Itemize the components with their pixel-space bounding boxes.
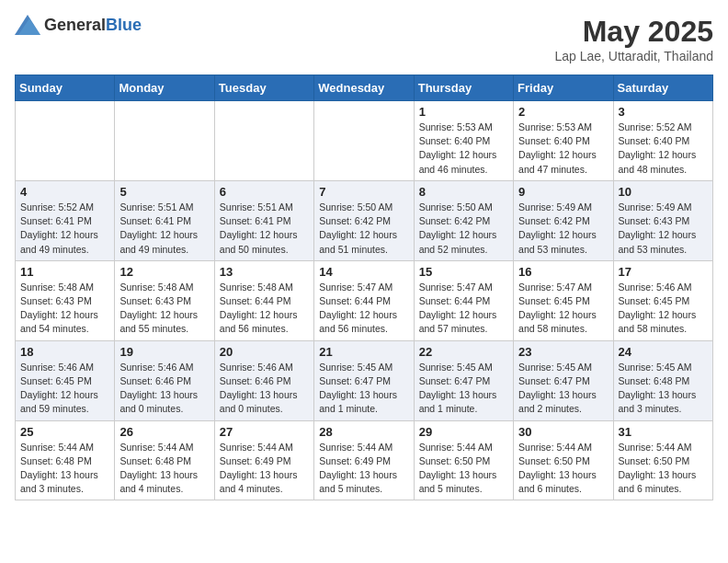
day-number: 29 xyxy=(419,425,508,439)
day-number: 1 xyxy=(419,105,508,119)
logo-icon xyxy=(15,15,40,35)
calendar-cell: 17Sunrise: 5:46 AM Sunset: 6:45 PM Dayli… xyxy=(613,260,712,340)
calendar-cell xyxy=(214,101,313,181)
calendar-cell: 31Sunrise: 5:44 AM Sunset: 6:50 PM Dayli… xyxy=(613,420,712,500)
day-info: Sunrise: 5:48 AM Sunset: 6:43 PM Dayligh… xyxy=(119,281,209,337)
calendar-week-row-4: 18Sunrise: 5:46 AM Sunset: 6:45 PM Dayli… xyxy=(16,340,713,420)
calendar-cell xyxy=(115,101,214,181)
logo-general: General xyxy=(44,16,106,34)
calendar-cell: 18Sunrise: 5:46 AM Sunset: 6:45 PM Dayli… xyxy=(16,340,115,420)
day-number: 16 xyxy=(518,265,608,279)
day-info: Sunrise: 5:52 AM Sunset: 6:40 PM Dayligh… xyxy=(619,121,708,177)
logo-blue: Blue xyxy=(106,16,142,34)
calendar-week-row-1: 1Sunrise: 5:53 AM Sunset: 6:40 PM Daylig… xyxy=(16,101,713,181)
day-number: 3 xyxy=(619,105,708,119)
day-info: Sunrise: 5:46 AM Sunset: 6:45 PM Dayligh… xyxy=(619,281,708,337)
calendar-cell: 23Sunrise: 5:45 AM Sunset: 6:47 PM Dayli… xyxy=(514,340,613,420)
calendar-cell: 19Sunrise: 5:46 AM Sunset: 6:46 PM Dayli… xyxy=(115,340,214,420)
day-header-tuesday: Tuesday xyxy=(214,75,313,101)
day-info: Sunrise: 5:44 AM Sunset: 6:48 PM Dayligh… xyxy=(119,441,209,497)
calendar-cell: 2Sunrise: 5:53 AM Sunset: 6:40 PM Daylig… xyxy=(514,101,613,181)
day-header-wednesday: Wednesday xyxy=(314,75,414,101)
day-number: 26 xyxy=(119,425,209,439)
day-number: 11 xyxy=(20,265,109,279)
day-number: 9 xyxy=(518,185,608,199)
day-header-saturday: Saturday xyxy=(613,75,712,101)
day-info: Sunrise: 5:47 AM Sunset: 6:44 PM Dayligh… xyxy=(419,281,508,337)
calendar-cell xyxy=(314,101,414,181)
day-header-thursday: Thursday xyxy=(414,75,513,101)
calendar-cell: 24Sunrise: 5:45 AM Sunset: 6:48 PM Dayli… xyxy=(613,340,712,420)
day-number: 25 xyxy=(20,425,109,439)
day-number: 17 xyxy=(619,265,708,279)
day-number: 23 xyxy=(518,345,608,359)
calendar-cell: 11Sunrise: 5:48 AM Sunset: 6:43 PM Dayli… xyxy=(16,260,115,340)
day-number: 8 xyxy=(419,185,508,199)
logo: GeneralBlue xyxy=(15,15,142,35)
day-header-monday: Monday xyxy=(115,75,214,101)
day-info: Sunrise: 5:46 AM Sunset: 6:45 PM Dayligh… xyxy=(20,361,109,417)
calendar-cell: 13Sunrise: 5:48 AM Sunset: 6:44 PM Dayli… xyxy=(214,260,313,340)
day-number: 20 xyxy=(220,345,309,359)
calendar-cell: 25Sunrise: 5:44 AM Sunset: 6:48 PM Dayli… xyxy=(16,420,115,500)
day-info: Sunrise: 5:46 AM Sunset: 6:46 PM Dayligh… xyxy=(119,361,209,417)
calendar-cell: 15Sunrise: 5:47 AM Sunset: 6:44 PM Dayli… xyxy=(414,260,513,340)
calendar-cell: 5Sunrise: 5:51 AM Sunset: 6:41 PM Daylig… xyxy=(115,180,214,260)
day-number: 2 xyxy=(518,105,608,119)
day-number: 6 xyxy=(220,185,309,199)
calendar-cell: 21Sunrise: 5:45 AM Sunset: 6:47 PM Dayli… xyxy=(314,340,414,420)
calendar-table: SundayMondayTuesdayWednesdayThursdayFrid… xyxy=(15,75,713,500)
day-number: 18 xyxy=(20,345,109,359)
page-header: GeneralBlue May 2025 Lap Lae, Uttaradit,… xyxy=(15,15,713,63)
day-number: 15 xyxy=(419,265,508,279)
day-number: 19 xyxy=(119,345,209,359)
day-number: 27 xyxy=(220,425,309,439)
calendar-cell: 14Sunrise: 5:47 AM Sunset: 6:44 PM Dayli… xyxy=(314,260,414,340)
day-number: 5 xyxy=(119,185,209,199)
day-number: 10 xyxy=(619,185,708,199)
calendar-week-row-3: 11Sunrise: 5:48 AM Sunset: 6:43 PM Dayli… xyxy=(16,260,713,340)
day-info: Sunrise: 5:44 AM Sunset: 6:50 PM Dayligh… xyxy=(518,441,608,497)
calendar-cell: 1Sunrise: 5:53 AM Sunset: 6:40 PM Daylig… xyxy=(414,101,513,181)
calendar-week-row-5: 25Sunrise: 5:44 AM Sunset: 6:48 PM Dayli… xyxy=(16,420,713,500)
day-number: 21 xyxy=(319,345,408,359)
day-info: Sunrise: 5:53 AM Sunset: 6:40 PM Dayligh… xyxy=(518,121,608,177)
logo-text: GeneralBlue xyxy=(44,17,142,33)
day-number: 13 xyxy=(220,265,309,279)
day-info: Sunrise: 5:50 AM Sunset: 6:42 PM Dayligh… xyxy=(419,201,508,257)
day-info: Sunrise: 5:50 AM Sunset: 6:42 PM Dayligh… xyxy=(319,201,408,257)
day-info: Sunrise: 5:44 AM Sunset: 6:48 PM Dayligh… xyxy=(20,441,109,497)
calendar-cell: 7Sunrise: 5:50 AM Sunset: 6:42 PM Daylig… xyxy=(314,180,414,260)
calendar-cell: 29Sunrise: 5:44 AM Sunset: 6:50 PM Dayli… xyxy=(414,420,513,500)
calendar-cell: 6Sunrise: 5:51 AM Sunset: 6:41 PM Daylig… xyxy=(214,180,313,260)
day-info: Sunrise: 5:45 AM Sunset: 6:48 PM Dayligh… xyxy=(619,361,708,417)
title-block: May 2025 Lap Lae, Uttaradit, Thailand xyxy=(554,15,713,63)
calendar-header-row: SundayMondayTuesdayWednesdayThursdayFrid… xyxy=(16,75,713,101)
calendar-cell: 3Sunrise: 5:52 AM Sunset: 6:40 PM Daylig… xyxy=(613,101,712,181)
calendar-cell: 16Sunrise: 5:47 AM Sunset: 6:45 PM Dayli… xyxy=(514,260,613,340)
page-title: May 2025 xyxy=(554,15,713,49)
calendar-cell: 9Sunrise: 5:49 AM Sunset: 6:42 PM Daylig… xyxy=(514,180,613,260)
calendar-week-row-2: 4Sunrise: 5:52 AM Sunset: 6:41 PM Daylig… xyxy=(16,180,713,260)
calendar-cell: 10Sunrise: 5:49 AM Sunset: 6:43 PM Dayli… xyxy=(613,180,712,260)
day-number: 12 xyxy=(119,265,209,279)
day-info: Sunrise: 5:44 AM Sunset: 6:49 PM Dayligh… xyxy=(220,441,309,497)
calendar-cell: 30Sunrise: 5:44 AM Sunset: 6:50 PM Dayli… xyxy=(514,420,613,500)
day-number: 31 xyxy=(619,425,708,439)
day-number: 7 xyxy=(319,185,408,199)
day-number: 22 xyxy=(419,345,508,359)
day-info: Sunrise: 5:45 AM Sunset: 6:47 PM Dayligh… xyxy=(319,361,408,417)
day-number: 28 xyxy=(319,425,408,439)
page-subtitle: Lap Lae, Uttaradit, Thailand xyxy=(554,49,713,63)
day-header-friday: Friday xyxy=(514,75,613,101)
day-info: Sunrise: 5:47 AM Sunset: 6:44 PM Dayligh… xyxy=(319,281,408,337)
day-info: Sunrise: 5:45 AM Sunset: 6:47 PM Dayligh… xyxy=(419,361,508,417)
day-info: Sunrise: 5:49 AM Sunset: 6:43 PM Dayligh… xyxy=(619,201,708,257)
calendar-cell: 26Sunrise: 5:44 AM Sunset: 6:48 PM Dayli… xyxy=(115,420,214,500)
day-number: 30 xyxy=(518,425,608,439)
calendar-cell: 4Sunrise: 5:52 AM Sunset: 6:41 PM Daylig… xyxy=(16,180,115,260)
day-info: Sunrise: 5:53 AM Sunset: 6:40 PM Dayligh… xyxy=(419,121,508,177)
day-number: 4 xyxy=(20,185,109,199)
day-info: Sunrise: 5:44 AM Sunset: 6:50 PM Dayligh… xyxy=(419,441,508,497)
calendar-cell: 28Sunrise: 5:44 AM Sunset: 6:49 PM Dayli… xyxy=(314,420,414,500)
